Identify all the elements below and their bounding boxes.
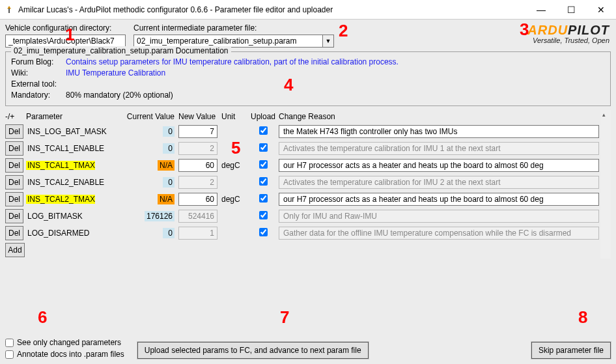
- new-value-input: [178, 176, 217, 189]
- add-button[interactable]: Add: [5, 243, 25, 257]
- svg-rect-0: [8, 8, 10, 13]
- hdr-del: -/+: [5, 112, 23, 121]
- doc-group-title: 02_imu_temperature_calibration_setup.par…: [11, 46, 231, 55]
- param-table: -/+ Parameter Current Value New Value Un…: [5, 110, 611, 259]
- current-value: 0: [163, 228, 175, 238]
- del-button[interactable]: Del: [5, 158, 23, 173]
- new-value-input: [178, 142, 217, 155]
- del-button[interactable]: Del: [5, 226, 23, 240]
- reason-input: [279, 142, 599, 155]
- close-button[interactable]: ✕: [586, 0, 616, 19]
- logo: ARDUPILOT Versatile, Trusted, Open: [527, 23, 611, 44]
- reason-input[interactable]: [279, 125, 599, 138]
- upload-checkbox[interactable]: [259, 177, 268, 186]
- upload-button[interactable]: Upload selected params to FC, and advanc…: [137, 342, 369, 359]
- see-changed-checkbox[interactable]: [5, 339, 14, 347]
- param-name: INS_TCAL1_ENABLE: [26, 144, 104, 153]
- table-row: DelINS_TCAL2_ENABLE0: [5, 174, 611, 191]
- current-value: 0: [163, 177, 175, 188]
- table-row: DelLOG_BITMASK176126: [5, 208, 611, 225]
- hdr-reason: Change Reason: [279, 112, 611, 121]
- upload-checkbox[interactable]: [259, 194, 268, 203]
- reason-input[interactable]: [279, 159, 599, 172]
- top-config-row: Vehicle configuration directory: Current…: [0, 20, 616, 48]
- doc-label: Mandatory:: [11, 91, 62, 100]
- titlebar: Amilcar Lucas's - ArduPilot methodic con…: [0, 0, 616, 20]
- upload-checkbox[interactable]: [259, 143, 268, 152]
- doc-link[interactable]: IMU Temperature Calibration: [66, 68, 165, 77]
- new-value-input: [178, 210, 217, 223]
- reason-input: [279, 210, 599, 223]
- param-name: INS_LOG_BAT_MASK: [26, 127, 107, 136]
- maximize-button[interactable]: ☐: [556, 0, 586, 19]
- annotation-7: 7: [280, 307, 289, 328]
- table-row: DelINS_LOG_BAT_MASK0: [5, 123, 611, 140]
- hdr-param: Parameter: [26, 112, 122, 121]
- annotation-6: 6: [38, 307, 47, 328]
- dropdown-arrow-icon[interactable]: ▼: [322, 35, 334, 48]
- upload-checkbox[interactable]: [259, 126, 268, 135]
- annotate-row[interactable]: Annotate docs into .param files: [5, 350, 124, 359]
- file-label: Current intermediate parameter file:: [133, 23, 334, 33]
- file-dropdown[interactable]: ▼: [133, 35, 334, 48]
- bottom-checks: See only changed parameters Annotate doc…: [5, 338, 124, 359]
- new-value-input: [178, 227, 217, 240]
- annotate-checkbox[interactable]: [5, 350, 14, 359]
- hdr-new: New Value: [178, 112, 219, 121]
- doc-label: Wiki:: [11, 68, 62, 77]
- annotation-8: 8: [578, 307, 587, 328]
- reason-input: [279, 227, 599, 240]
- upload-checkbox[interactable]: [259, 211, 268, 219]
- new-value-input[interactable]: [178, 193, 217, 206]
- new-value-input[interactable]: [178, 159, 217, 172]
- param-name: INS_TCAL1_TMAX: [26, 161, 95, 170]
- del-button[interactable]: Del: [5, 175, 23, 189]
- hdr-unit: Unit: [221, 112, 247, 121]
- file-input[interactable]: [133, 35, 322, 48]
- del-button[interactable]: Del: [5, 209, 23, 223]
- upload-checkbox[interactable]: [259, 160, 268, 169]
- doc-row: Forum Blog:Contains setup parameters for…: [11, 57, 605, 66]
- current-value: 0: [163, 126, 175, 137]
- param-name: INS_TCAL2_TMAX: [26, 195, 95, 204]
- new-value-input[interactable]: [178, 125, 217, 138]
- param-name: INS_TCAL2_ENABLE: [26, 178, 104, 187]
- hdr-cur: Current Value: [125, 112, 176, 121]
- window-title: Amilcar Lucas's - ArduPilot methodic con…: [18, 5, 526, 14]
- logo-sub: Versatile, Trusted, Open: [527, 36, 609, 44]
- upload-checkbox[interactable]: [259, 228, 268, 236]
- doc-row: Wiki:IMU Temperature Calibration: [11, 68, 605, 77]
- see-changed-row[interactable]: See only changed parameters: [5, 338, 124, 347]
- file-col: Current intermediate parameter file: ▼: [133, 23, 334, 48]
- annotate-label: Annotate docs into .param files: [17, 350, 124, 359]
- del-button[interactable]: Del: [5, 141, 23, 156]
- dir-col: Vehicle configuration directory:: [5, 23, 126, 48]
- doc-label: External tool:: [11, 79, 62, 89]
- skip-button[interactable]: Skip parameter file: [531, 342, 611, 359]
- logo-part-a: ARDU: [527, 23, 568, 37]
- window-buttons: — ☐ ✕: [526, 0, 616, 19]
- current-value: N/A: [158, 160, 175, 171]
- doc-link[interactable]: Contains setup parameters for IMU temper…: [66, 57, 399, 66]
- current-value: 176126: [145, 211, 175, 221]
- doc-text: 80% mandatory (20% optional): [66, 91, 173, 100]
- table-row: DelINS_TCAL2_TMAXN/AdegC: [5, 191, 611, 208]
- reason-input[interactable]: [279, 193, 599, 206]
- unit-label: degC: [221, 161, 247, 170]
- dir-label: Vehicle configuration directory:: [5, 23, 126, 33]
- doc-groupbox: 02_imu_temperature_calibration_setup.par…: [5, 51, 611, 106]
- dir-input[interactable]: [5, 35, 126, 48]
- table-row: DelINS_TCAL1_ENABLE0: [5, 140, 611, 157]
- doc-label: Forum Blog:: [11, 57, 62, 66]
- doc-row: Mandatory:80% mandatory (20% optional): [11, 91, 605, 100]
- minimize-button[interactable]: —: [526, 0, 556, 19]
- del-button[interactable]: Del: [5, 192, 23, 206]
- param-name: LOG_BITMASK: [26, 212, 83, 221]
- table-row: DelINS_TCAL1_TMAXN/AdegC: [5, 157, 611, 174]
- logo-part-b: PILOT: [568, 23, 609, 37]
- app-icon: [4, 5, 14, 15]
- scrollbar[interactable]: [600, 110, 611, 259]
- del-button[interactable]: Del: [5, 124, 23, 139]
- current-value: 0: [163, 143, 175, 154]
- current-value: N/A: [158, 194, 175, 204]
